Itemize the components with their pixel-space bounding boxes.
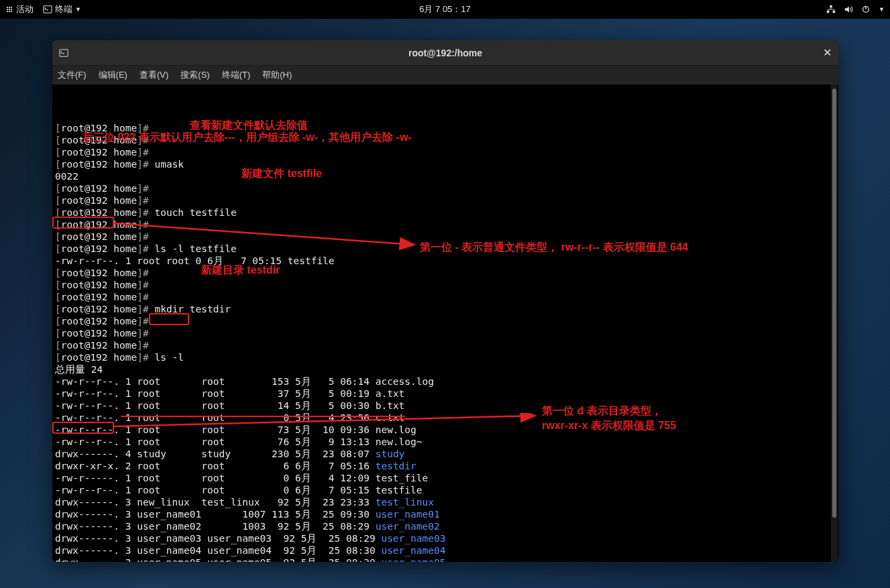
close-button[interactable]: ✕ [823, 46, 832, 59]
menu-bar: 文件(F) 编辑(E) 查看(V) 搜索(S) 终端(T) 帮助(H) [52, 66, 838, 84]
terminal-line: -rw-r--r--. 1 root root 0 6月 7 05:15 tes… [55, 484, 836, 496]
window-titlebar[interactable]: root@192:/home ✕ [52, 40, 838, 66]
activities-icon [5, 5, 13, 13]
terminal-line: drwx------. 4 study study 230 5月 23 08:0… [55, 448, 836, 460]
terminal-line: -rw-r--r--. 1 root root 14 5月 5 00:30 b.… [55, 400, 836, 412]
menu-terminal[interactable]: 终端(T) [222, 69, 251, 81]
highlight-box-dir-perms [52, 422, 114, 434]
svg-point-3 [7, 9, 8, 10]
power-icon[interactable] [861, 5, 871, 14]
terminal-line: -rw-r--r--. 1 root root 0 6月 7 05:15 tes… [55, 255, 836, 267]
terminal-line: drwx------. 3 user_name03 user_name03 92… [55, 532, 836, 544]
activities-button[interactable]: 活动 [5, 3, 34, 15]
annotation-umask-explain: 后三位 022 表示默认用户去除---，用户组去除 -w-，其他用户去除 -w- [82, 131, 412, 143]
svg-rect-11 [827, 11, 830, 13]
svg-rect-12 [833, 11, 836, 13]
annotation-umask: 查看新建文件默认去除值 [190, 119, 308, 131]
terminal-line: drwx------. 3 new_linux test_linux 92 5月… [55, 496, 836, 508]
menu-help[interactable]: 帮助(H) [262, 69, 292, 81]
svg-point-1 [9, 7, 10, 8]
activities-label: 活动 [16, 3, 34, 15]
annotation-mkdir: 新建目录 testdir [201, 264, 280, 276]
terminal-line: [root@192 home]# [55, 267, 836, 279]
terminal-output[interactable]: [root@192 home]# [root@192 home]# [root@… [52, 84, 838, 562]
terminal-line: [root@192 home]# [55, 194, 836, 207]
annotation-dir-perm-a: 第一位 d 表示目录类型， [542, 405, 662, 417]
terminal-line: [root@192 home]# umask [55, 158, 836, 170]
terminal-line: [root@192 home]# [55, 327, 836, 339]
annotation-dir-perm-b: rwxr-xr-x 表示权限值是 755 [542, 420, 676, 432]
menu-search[interactable]: 搜索(S) [180, 69, 209, 81]
terminal-line: -rw-r--r--. 1 root root 73 5月 10 09:36 n… [55, 424, 836, 436]
terminal-line: -rw-r--r--. 1 root root 76 5月 9 13:13 ne… [55, 436, 836, 448]
terminal-line: -rw-r--r--. 1 root root 37 5月 5 00:19 a.… [55, 388, 836, 400]
clock[interactable]: 6月 7 05：17 [419, 3, 471, 15]
terminal-line: drwx------. 3 user_name01 1007 113 5月 25… [55, 508, 836, 520]
annotation-touch: 新建文件 testfile [241, 168, 322, 180]
chevron-down-icon: ▼ [75, 6, 81, 13]
app-name-label: 终端 [55, 3, 72, 15]
terminal-line: drwx------. 3 user_name05 user_name05 92… [55, 556, 836, 562]
terminal-line: -rw-r--r--. 1 root root 153 5月 5 06:14 a… [55, 375, 836, 388]
strike-study [121, 416, 405, 417]
svg-point-5 [11, 9, 12, 10]
svg-rect-9 [44, 6, 52, 13]
terminal-icon [43, 5, 52, 14]
svg-point-6 [7, 11, 8, 12]
highlight-box-lsl [149, 313, 189, 325]
svg-rect-10 [830, 5, 832, 8]
terminal-line: [root@192 home]# touch testfile [55, 207, 836, 219]
terminal-line: 总用量 24 [55, 363, 836, 375]
svg-point-0 [7, 7, 8, 8]
svg-point-8 [11, 11, 12, 12]
terminal-line: [root@192 home]# [55, 219, 836, 231]
close-icon: ✕ [823, 47, 832, 58]
active-app-indicator[interactable]: 终端 ▼ [43, 3, 81, 15]
terminal-line: 0022 [55, 170, 836, 182]
menu-edit[interactable]: 编辑(E) [99, 69, 127, 81]
terminal-line: drwx------. 3 user_name04 user_name04 92… [55, 544, 836, 556]
terminal-line: drwx------. 3 user_name02 1003 92 5月 25 … [55, 520, 836, 532]
svg-point-7 [9, 11, 10, 12]
terminal-line: [root@192 home]# [55, 291, 836, 303]
terminal-line: [root@192 home]# [55, 182, 836, 194]
volume-icon[interactable] [844, 5, 853, 14]
terminal-line: -rw-r-----. 1 root root 0 6月 4 12:09 tes… [55, 472, 836, 484]
window-title: root@192:/home [408, 48, 482, 58]
terminal-line: [root@192 home]# [55, 339, 836, 351]
terminal-line: [root@192 home]# [55, 146, 836, 158]
svg-point-4 [9, 9, 10, 10]
chevron-down-icon: ▼ [879, 6, 885, 13]
gnome-top-bar: 活动 终端 ▼ 6月 7 05：17 ▼ [0, 0, 890, 19]
scrollbar[interactable] [831, 84, 838, 562]
terminal-line: -rw-r--r--. 1 root root 0 5月 4 23:56 c.t… [55, 412, 836, 424]
svg-rect-15 [60, 49, 68, 56]
terminal-line: [root@192 home]# ls -l [55, 351, 836, 363]
menu-file[interactable]: 文件(F) [58, 69, 87, 81]
svg-point-2 [11, 7, 12, 8]
network-icon[interactable] [826, 5, 836, 14]
menu-view[interactable]: 查看(V) [140, 69, 168, 81]
scrollbar-thumb[interactable] [832, 89, 836, 518]
highlight-box-file-perms [52, 217, 114, 229]
terminal-line: [root@192 home]# [55, 279, 836, 291]
terminal-window: root@192:/home ✕ 文件(F) 编辑(E) 查看(V) 搜索(S)… [52, 40, 838, 562]
terminal-line: drwxr-xr-x. 2 root root 6 6月 7 05:16 tes… [55, 460, 836, 472]
annotation-file-perm-explain: 第一位 - 表示普通文件类型， rw-r--r-- 表示权限值是 644 [420, 241, 688, 253]
terminal-icon [59, 48, 68, 58]
